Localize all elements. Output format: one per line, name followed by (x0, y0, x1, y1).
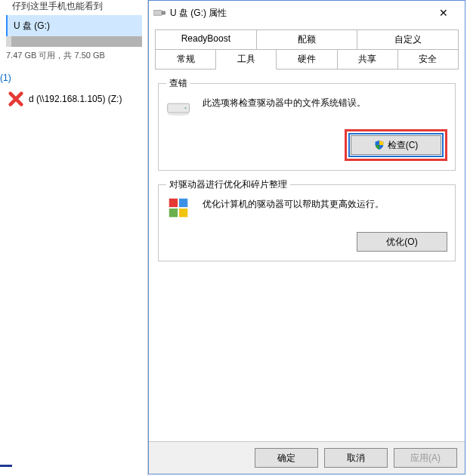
group-optimize: 对驱动器进行优化和碎片整理 优化计算机的驱动器可以帮助其更高效运行。 优化(O) (158, 184, 456, 261)
tab-general[interactable]: 常规 (155, 49, 216, 69)
svg-rect-1 (162, 11, 165, 14)
svg-rect-0 (153, 11, 162, 16)
group-count-label: (1) (0, 73, 11, 83)
drive-usage-fill (6, 36, 11, 47)
tab-sharing[interactable]: 共享 (338, 49, 398, 69)
tab-tools[interactable]: 工具 (216, 49, 277, 70)
tab-body-tools: 查错 此选项将检查驱动器中的文件系统错误。 (149, 70, 465, 441)
bottom-accent (0, 465, 12, 467)
drive-icon (166, 97, 192, 119)
svg-point-4 (184, 107, 186, 109)
tab-readyboost[interactable]: ReadyBoost (155, 29, 257, 49)
disconnected-icon (8, 91, 24, 107)
usb-drive-icon (153, 9, 165, 17)
optimize-button-label: 优化(O) (386, 236, 417, 249)
tab-hardware[interactable]: 硬件 (277, 49, 337, 69)
panel-header-fragment: 仔到这里手机也能看到 (12, 0, 103, 13)
group-check-errors: 查错 此选项将检查驱动器中的文件系统错误。 (158, 83, 456, 171)
explorer-panel: 仔到这里手机也能看到 U 盘 (G:) 7.47 GB 可用，共 7.50 GB… (0, 0, 148, 476)
properties-dialog: U 盘 (G:) 属性 ✕ ReadyBoost 配额 自定义 常规 工具 硬件… (148, 0, 465, 474)
tabs-row-1: ReadyBoost 配额 自定义 (155, 29, 459, 50)
svg-rect-8 (179, 209, 187, 217)
group-check-desc: 此选项将检查驱动器中的文件系统错误。 (203, 96, 366, 110)
tab-security[interactable]: 安全 (398, 49, 459, 69)
drive-usage-bar (6, 36, 142, 47)
svg-point-3 (168, 112, 190, 116)
selected-drive-item[interactable]: U 盘 (G:) (6, 15, 142, 37)
svg-rect-5 (169, 199, 178, 207)
network-drive-label: d (\\192.168.1.105) (Z:) (29, 94, 122, 104)
dialog-footer: 确定 取消 应用(A) (149, 441, 465, 474)
optimize-button[interactable]: 优化(O) (357, 232, 447, 252)
tab-quota[interactable]: 配额 (257, 29, 358, 49)
drive-usage-text: 7.47 GB 可用，共 7.50 GB (6, 50, 105, 61)
drive-name-label: U 盘 (G:) (14, 20, 50, 31)
network-drive-item[interactable]: d (\\192.168.1.105) (Z:) (8, 91, 122, 107)
group-optimize-desc: 优化计算机的驱动器可以帮助其更高效运行。 (203, 197, 384, 211)
annotation-highlight-inner: 检查(C) (348, 133, 444, 157)
defrag-icon (166, 196, 192, 221)
dialog-title: U 盘 (G:) 属性 (170, 7, 427, 20)
group-optimize-legend: 对驱动器进行优化和碎片整理 (166, 178, 290, 191)
svg-rect-6 (179, 199, 187, 207)
dialog-titlebar: U 盘 (G:) 属性 ✕ (149, 1, 465, 25)
tab-custom[interactable]: 自定义 (357, 29, 459, 49)
group-check-legend: 查错 (166, 77, 190, 90)
close-icon: ✕ (439, 8, 448, 18)
cancel-button[interactable]: 取消 (324, 448, 388, 468)
check-button-label: 检查(C) (388, 139, 419, 152)
annotation-highlight: 检查(C) (345, 129, 447, 161)
apply-button[interactable]: 应用(A) (394, 448, 457, 468)
tabs-row-2: 常规 工具 硬件 共享 安全 (155, 49, 459, 70)
uac-shield-icon (374, 140, 385, 150)
close-button[interactable]: ✕ (427, 2, 460, 24)
svg-rect-7 (169, 209, 178, 217)
tab-strip: ReadyBoost 配额 自定义 常规 工具 硬件 共享 安全 (149, 25, 465, 70)
check-button[interactable]: 检查(C) (351, 135, 441, 155)
ok-button[interactable]: 确定 (255, 448, 318, 468)
